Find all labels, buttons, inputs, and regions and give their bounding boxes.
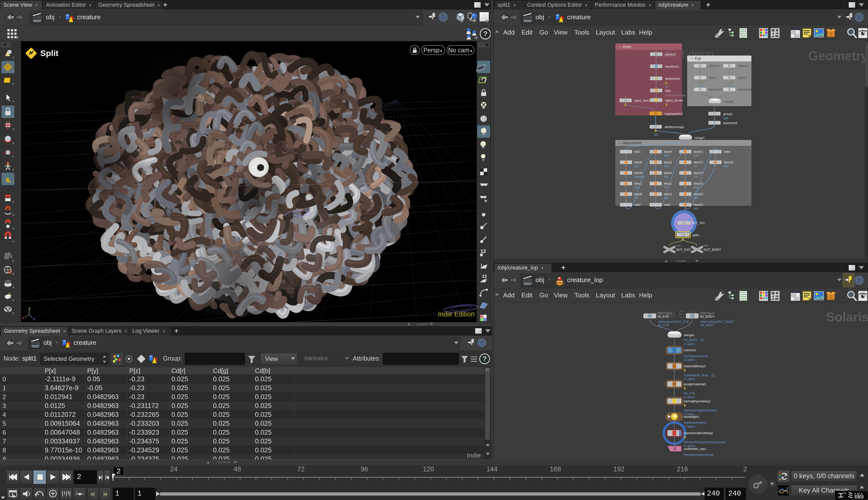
- svg-text:/lights/domelight1: /lights/domelight1: [684, 421, 707, 424]
- svg-text:transform1: transform1: [665, 65, 679, 68]
- svg-text:transform4: transform4: [737, 88, 752, 91]
- svg-text:SOP Import: SOP Import: [658, 312, 672, 315]
- svg-text:blast4: blast4: [664, 171, 672, 175]
- svg-text:?: ?: [483, 30, 487, 37]
- svg-text:blast5: blast5: [634, 161, 642, 164]
- svg-text:3 Layers: 3 Layers: [684, 377, 695, 381]
- svg-text:404: 404: [693, 186, 698, 189]
- svg-text:Null: Null: [703, 244, 708, 247]
- svg-text:/IN_BODY: /IN_BODY: [700, 323, 714, 327]
- svg-text:256: 256: [693, 196, 698, 200]
- svg-text:color2: color2: [737, 76, 746, 79]
- svg-text:attribnoise1: attribnoise1: [665, 77, 680, 80]
- svg-text:SOP Import: SOP Import: [700, 312, 714, 315]
- svg-text:group1: group1: [723, 112, 733, 116]
- svg-text:clip1: clip1: [665, 89, 671, 92]
- svg-text:3 Layers: 3 Layers: [684, 425, 695, 428]
- svg-text:materiallibrary1: materiallibrary1: [684, 364, 706, 368]
- svg-text:P: P: [666, 85, 668, 89]
- svg-text:IN_BODY: IN_BODY: [700, 315, 714, 318]
- svg-text:edit4: edit4: [724, 150, 730, 154]
- svg-text:12: 12: [480, 249, 486, 254]
- svg-text:/IN_EYE: /IN_EYE: [684, 392, 695, 395]
- svg-text:z: z: [33, 317, 35, 321]
- svg-text:/cameras/camera1: /cameras/camera1: [684, 354, 709, 358]
- svg-text:293: 293: [664, 164, 668, 168]
- svg-text:OUT_EYE: OUT_EYE: [676, 248, 691, 251]
- svg-text:/IN_BODY... (2): /IN_BODY... (2): [684, 338, 704, 342]
- svg-text:merge1: merge1: [694, 136, 705, 140]
- svg-text:403: 403: [724, 164, 728, 168]
- svg-text:blast6: blast6: [634, 171, 642, 175]
- svg-text:merge1: merge1: [684, 333, 694, 337]
- svg-text:blast14: blast14: [693, 182, 703, 185]
- svg-text:merge3: merge3: [724, 100, 734, 103]
- svg-text:18: 18: [664, 186, 667, 189]
- svg-text:sphere4: sphere4: [709, 64, 719, 68]
- svg-text:blast1: blast1: [664, 182, 672, 185]
- svg-text:22: 22: [7, 281, 9, 284]
- svg-text:karmarendersettings: karmarendersettings: [684, 431, 713, 435]
- svg-text:split1: split1: [692, 234, 699, 237]
- svg-text:OUT_BODY: OUT_BODY: [703, 248, 721, 251]
- svg-text:272: 272: [634, 164, 639, 168]
- svg-text:/lights/karmaphysicalsky1: /lights/karmaphysicalsky1: [684, 409, 717, 412]
- svg-text:blast13: blast13: [693, 171, 703, 175]
- svg-text:/Render/Products/renderproduct: /Render/Products/renderproduct: [684, 441, 726, 444]
- svg-text:copytopoints1: copytopoints1: [665, 112, 683, 115]
- svg-text:adjust_pscale: adjust_pscale: [665, 99, 683, 102]
- svg-text:/Render/rendersettings: /Render/rendersettings: [684, 453, 714, 457]
- svg-text:x: x: [22, 316, 24, 320]
- svg-text:— Adjustment: — Adjustment: [618, 141, 642, 145]
- svg-text:●: ●: [698, 81, 699, 84]
- svg-text:eye: eye: [723, 116, 728, 120]
- svg-text:blast11: blast11: [693, 150, 703, 154]
- svg-text:black: black: [698, 84, 704, 87]
- svg-text:Cd: Cd: [654, 133, 658, 136]
- svg-text:edit2: edit2: [634, 203, 641, 207]
- svg-text:/obj/creature/OUT_EYE: /obj/creature/OUT_EYE: [658, 320, 689, 323]
- svg-text:y: y: [29, 306, 31, 310]
- svg-text:assignmaterial1: assignmaterial1: [684, 382, 706, 386]
- svg-text:— Body: — Body: [618, 44, 632, 49]
- svg-text:IN_EYE: IN_EYE: [658, 315, 669, 318]
- svg-text:edit3: edit3: [664, 203, 670, 207]
- svg-text:camera1: camera1: [684, 348, 696, 352]
- svg-text:Nu: Nu: [691, 217, 694, 220]
- svg-text:12: 12: [482, 274, 487, 279]
- svg-text:karmaphysicalsky1: karmaphysicalsky1: [684, 399, 711, 403]
- svg-text:spiral_wire1: spiral_wire1: [634, 99, 650, 102]
- svg-text:blast2: blast2: [664, 193, 672, 196]
- svg-text:/obj/creature/OUT_BODY: /obj/creature/OUT_BODY: [700, 320, 734, 323]
- svg-text:blast3: blast3: [664, 161, 672, 164]
- svg-text:1407: 1407: [693, 154, 700, 157]
- svg-text:3 Layers: 3 Layers: [684, 358, 695, 362]
- svg-text:●: ●: [727, 81, 728, 84]
- svg-text:2 Layers: 2 Layers: [684, 342, 695, 346]
- svg-text:190: 190: [664, 154, 668, 157]
- svg-text:OUT_ALL: OUT_ALL: [691, 221, 705, 225]
- svg-text:/IN_EYE: /IN_EYE: [658, 323, 669, 327]
- svg-text:18: 18: [693, 164, 697, 168]
- svg-text:transform3: transform3: [709, 88, 723, 91]
- svg-text:403: 403: [693, 207, 698, 210]
- svg-text:blast10: blast10: [693, 203, 703, 207]
- svg-text:domelight1: domelight1: [684, 415, 700, 419]
- svg-text:selection: selection: [634, 175, 645, 178]
- svg-text:transform5: transform5: [723, 122, 737, 125]
- svg-text:blast16: blast16: [724, 161, 733, 164]
- svg-text:Null: Null: [676, 244, 680, 247]
- svg-text:202: 202: [693, 175, 698, 178]
- svg-text:blast7: blast7: [634, 182, 642, 185]
- svg-text:221: 221: [664, 175, 668, 178]
- svg-text:blast9: blast9: [664, 150, 672, 154]
- svg-text:usdrender_rop1: usdrender_rop1: [684, 447, 706, 451]
- svg-text:352: 352: [634, 186, 639, 189]
- svg-text:attribfrommap1: attribfrommap1: [665, 125, 685, 129]
- svg-text:/materials/M_Body... (2): /materials/M_Body... (2): [684, 374, 715, 377]
- svg-text:edit1: edit1: [634, 150, 641, 154]
- svg-text:?: ?: [483, 355, 487, 363]
- svg-text:Attribute Wrangle: Attribute Wrangle: [665, 94, 686, 97]
- svg-text:white: white: [727, 84, 734, 87]
- svg-text:3 Layers: 3 Layers: [684, 395, 695, 399]
